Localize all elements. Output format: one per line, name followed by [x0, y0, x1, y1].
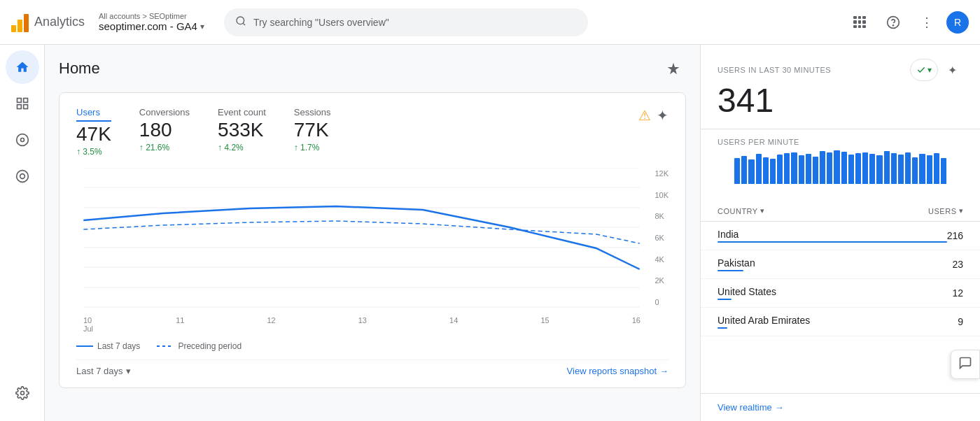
nav-actions: ⋮ R [846, 8, 969, 36]
sidebar-item-home[interactable] [6, 50, 39, 84]
help-button[interactable] [879, 8, 907, 36]
search-bar[interactable]: Try searching "Users overview" [224, 8, 588, 36]
country-name: India [718, 229, 947, 240]
country-sort-icon: ▾ [760, 206, 765, 215]
sparkle-icon[interactable]: ✦ [657, 107, 668, 124]
account-selector[interactable]: seoptimer.com - GA4 ▾ [99, 20, 204, 32]
content-area: Home Users 47K ↑ 3.5% Conversions 180 ↑ … [45, 45, 700, 421]
y-label-2k: 2K [654, 276, 668, 285]
realtime-footer: View realtime → [701, 393, 980, 421]
svg-point-8 [20, 138, 24, 142]
y-axis-labels: 12K 10K 8K 6K 4K 2K 0 [654, 168, 668, 308]
x-label-12: 12 [267, 316, 275, 333]
metric-events-label[interactable]: Event count [218, 107, 266, 117]
x-label-14: 14 [449, 316, 458, 333]
x-label-10: 10 Jul [83, 316, 93, 333]
per-minute-label: USERS PER MINUTE [718, 138, 963, 146]
x-label-15: 15 [540, 316, 549, 333]
realtime-sparkle-button[interactable]: ✦ [941, 59, 963, 81]
ai-sparkle-button[interactable] [661, 56, 686, 81]
mini-bar [813, 157, 818, 184]
mini-bar [820, 151, 825, 184]
y-label-0: 0 [654, 298, 668, 306]
analytics-logo [11, 13, 29, 32]
x-label-13: 13 [358, 316, 367, 333]
mini-bar [855, 153, 861, 184]
metric-conversions-label[interactable]: Conversions [139, 107, 190, 117]
x-label-16: 16 [632, 316, 640, 333]
view-reports-text: View reports snapshot [567, 366, 657, 376]
line-chart [76, 168, 668, 308]
mini-bar [799, 155, 804, 184]
page-title: Home [59, 59, 100, 78]
sidebar-item-advertising[interactable] [6, 159, 39, 193]
mini-bar [905, 152, 911, 184]
mini-bar [927, 155, 932, 184]
metric-users-value: 47K [76, 123, 111, 145]
metric-users: Users 47K ↑ 3.5% [76, 107, 111, 157]
main-layout: Home Users 47K ↑ 3.5% Conversions 180 ↑ … [0, 45, 980, 421]
y-label-12k: 12K [654, 169, 668, 178]
users-col-header[interactable]: USERS ▾ [928, 206, 963, 215]
chevron-down-icon: ▾ [200, 22, 204, 31]
metric-conversions-change: ↑ 21.6% [139, 143, 190, 152]
mini-bar [876, 155, 882, 184]
mini-bar [806, 154, 811, 184]
mini-bar [941, 158, 946, 184]
legend-solid: Last 7 days [76, 341, 140, 351]
mini-bar [912, 157, 918, 184]
legend-dashed-label: Preceding period [178, 341, 241, 351]
table-row: United States12 [701, 279, 980, 308]
y-label-10k: 10K [654, 191, 668, 199]
mini-bar [734, 158, 740, 184]
metric-actions: ⚠ ✦ [638, 107, 668, 124]
view-reports-arrow: → [659, 366, 668, 376]
warning-icon: ⚠ [638, 107, 651, 124]
more-options-button[interactable]: ⋮ [913, 8, 941, 36]
date-range-label: Last 7 days [76, 366, 123, 376]
svg-rect-3 [17, 99, 21, 103]
metric-sessions-change: ↑ 1.7% [294, 143, 331, 152]
mini-bar [784, 153, 790, 184]
mini-bar [919, 154, 925, 184]
view-realtime-link[interactable]: View realtime → [718, 402, 963, 413]
country-col-header[interactable]: COUNTRY ▾ [718, 206, 764, 215]
view-reports-link[interactable]: View reports snapshot → [567, 366, 668, 376]
check-dropdown[interactable]: ▾ [910, 59, 938, 81]
mini-bar [848, 155, 854, 184]
country-name: United States [718, 286, 952, 297]
main-card: Users 47K ↑ 3.5% Conversions 180 ↑ 21.6%… [59, 92, 686, 388]
mini-bar [891, 153, 897, 184]
left-sidebar [0, 45, 45, 421]
feedback-button[interactable] [951, 350, 980, 379]
table-row: Pakistan23 [701, 250, 980, 279]
date-range-selector[interactable]: Last 7 days ▾ [76, 366, 131, 376]
mini-bar-chart [718, 150, 963, 184]
users-sort-icon: ▾ [959, 206, 964, 215]
mini-bar [791, 152, 797, 184]
view-realtime-text: View realtime [718, 402, 772, 413]
sidebar-item-explore[interactable] [6, 123, 39, 157]
mini-bar [934, 153, 939, 184]
metric-users-label[interactable]: Users [76, 107, 111, 122]
top-navigation: Analytics All accounts > SEOptimer seopt… [0, 0, 980, 45]
legend-dashed-line [157, 345, 174, 347]
search-icon [235, 15, 246, 29]
legend-solid-label: Last 7 days [97, 341, 140, 351]
country-name: United Arab Emirates [718, 315, 958, 326]
mini-bar [763, 157, 769, 184]
apps-button[interactable] [846, 8, 874, 36]
logo-area: Analytics [11, 13, 85, 32]
sidebar-item-settings[interactable] [6, 379, 39, 413]
mini-bar [898, 155, 904, 184]
metric-sessions-label[interactable]: Sessions [294, 107, 331, 117]
country-users: 216 [947, 230, 963, 241]
realtime-header-row: USERS IN LAST 30 MINUTES ▾ ✦ [718, 59, 963, 81]
x-axis-labels: 10 Jul 11 12 13 14 15 16 [76, 313, 668, 333]
svg-rect-5 [17, 105, 21, 109]
sidebar-item-reports[interactable] [6, 87, 39, 120]
user-avatar[interactable]: R [946, 11, 969, 34]
svg-point-9 [16, 171, 28, 183]
metric-events-change: ↑ 4.2% [218, 143, 266, 152]
metric-conversions-value: 180 [139, 119, 190, 141]
